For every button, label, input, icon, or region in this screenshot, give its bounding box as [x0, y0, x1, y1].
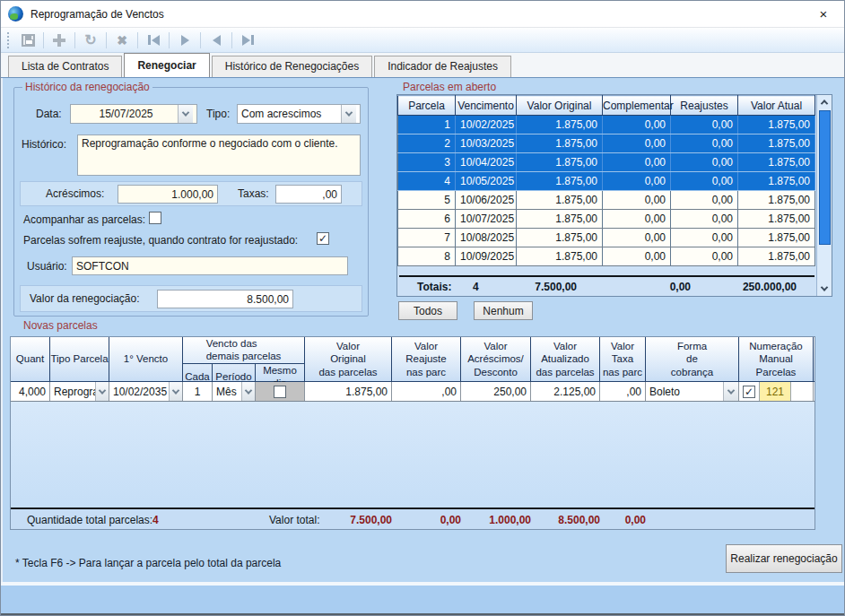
table-cell[interactable]: 5: [398, 191, 456, 210]
tab-renegociar[interactable]: Renegociar: [124, 53, 209, 77]
table-cell[interactable]: 10/03/2025: [456, 134, 517, 153]
tab-lista-de-contratos[interactable]: Lista de Contratos: [8, 56, 122, 77]
col-complementar[interactable]: Complementar: [603, 96, 671, 116]
realizar-renegociacao-button[interactable]: Realizar renegociação: [726, 544, 842, 573]
table-cell[interactable]: 0,00: [603, 210, 671, 229]
table-cell[interactable]: 10/05/2025: [456, 172, 517, 191]
table-cell[interactable]: 10/09/2025: [456, 247, 517, 266]
col-forma-cobranca[interactable]: Forma de cobrança: [646, 337, 739, 381]
numeracao-checkbox[interactable]: ✓: [743, 386, 755, 398]
add-button[interactable]: [46, 30, 73, 51]
table-cell[interactable]: 1.875,00: [517, 229, 603, 247]
col-valor-original[interactable]: Valor Original: [517, 96, 603, 116]
tipo-dropdown-button[interactable]: [341, 105, 356, 123]
table-cell[interactable]: 1.875,00: [738, 191, 815, 210]
table-row[interactable]: 610/07/20251.875,000,000,001.875,00: [398, 210, 815, 229]
valor-original-cell[interactable]: 1.875,00: [305, 382, 392, 401]
nenhum-button[interactable]: Nenhum: [474, 301, 533, 320]
nav-first-button[interactable]: [140, 30, 167, 51]
col-valor-acrescimos[interactable]: Valor Acréscimos/ Desconto: [461, 337, 531, 381]
col-vencimento[interactable]: Vencimento: [456, 96, 517, 116]
col-valor-reajuste[interactable]: Valor Reajuste nas parc: [392, 337, 461, 381]
table-cell[interactable]: 0,00: [603, 247, 671, 266]
table-row[interactable]: 310/04/20251.875,000,000,001.875,00: [398, 153, 815, 172]
quant-cell[interactable]: 4,000: [11, 382, 50, 401]
scroll-down-icon[interactable]: [817, 282, 832, 296]
nav-next-button[interactable]: [171, 30, 198, 51]
table-row[interactable]: 510/06/20251.875,000,000,001.875,00: [398, 191, 815, 210]
table-cell[interactable]: 1.875,00: [517, 247, 603, 266]
close-button[interactable]: ×: [810, 4, 837, 25]
table-cell[interactable]: 1.875,00: [738, 247, 815, 266]
tab-historico-de-renegociacoes[interactable]: Histórico de Renegociações: [212, 56, 372, 77]
col-numeracao-manual[interactable]: Numeração Manual Parcelas: [739, 337, 814, 381]
periodo-combobox[interactable]: Mês: [213, 382, 256, 401]
table-cell[interactable]: 1.875,00: [517, 116, 603, 134]
table-cell[interactable]: 4: [398, 172, 456, 191]
table-cell[interactable]: 10/02/2025: [456, 116, 517, 134]
valor-reajuste-cell[interactable]: ,00: [392, 382, 461, 401]
valor-renegociacao-input[interactable]: 8.500,00: [157, 290, 293, 308]
col-primeiro-vencto[interactable]: 1° Vencto: [109, 337, 183, 381]
table-cell[interactable]: 10/04/2025: [456, 153, 517, 172]
table-cell[interactable]: 1.875,00: [517, 153, 603, 172]
table-cell[interactable]: 1.875,00: [517, 134, 603, 153]
table-cell[interactable]: 2: [398, 134, 456, 153]
table-cell[interactable]: 10/07/2025: [456, 210, 517, 229]
scrollbar-thumb[interactable]: [819, 110, 831, 245]
col-valor-atual[interactable]: Valor Atual: [738, 96, 815, 116]
table-cell[interactable]: 6: [398, 210, 456, 229]
table-cell[interactable]: 1.875,00: [517, 172, 603, 191]
table-cell[interactable]: 1.875,00: [738, 153, 815, 172]
delete-button[interactable]: ✖: [109, 30, 135, 51]
todos-button[interactable]: Todos: [398, 301, 457, 320]
table-row[interactable]: 810/09/20251.875,000,000,001.875,00: [398, 247, 815, 266]
scroll-up-icon[interactable]: [817, 95, 832, 109]
forma-cobranca-dropdown-button[interactable]: [723, 382, 738, 401]
table-cell[interactable]: 0,00: [671, 172, 738, 191]
taxas-input[interactable]: ,00: [275, 185, 342, 204]
table-cell[interactable]: 0,00: [671, 116, 738, 134]
col-parcela[interactable]: Parcela: [398, 96, 456, 116]
table-cell[interactable]: 10/08/2025: [456, 229, 517, 247]
tipo-parcela-dropdown-button[interactable]: [95, 382, 109, 401]
table-cell[interactable]: 0,00: [671, 134, 738, 153]
table-cell[interactable]: 0,00: [603, 191, 671, 210]
table-cell[interactable]: 3: [398, 153, 456, 172]
table-cell[interactable]: 10/06/2025: [456, 191, 517, 210]
table-cell[interactable]: 1.875,00: [738, 172, 815, 191]
table-cell[interactable]: 7: [398, 229, 456, 247]
table-cell[interactable]: 1.875,00: [738, 210, 815, 229]
table-cell[interactable]: 0,00: [671, 153, 738, 172]
numeracao-cell[interactable]: ✓ 121: [739, 382, 814, 401]
primeiro-vencto-combobox[interactable]: 10/02/2035: [109, 382, 183, 401]
toolbar-grip[interactable]: [6, 31, 11, 49]
reajuste-checkbox[interactable]: ✓: [317, 232, 329, 245]
tab-indicador-de-reajustes[interactable]: Indicador de Reajustes: [374, 56, 511, 77]
mesmo-dia-checkbox[interactable]: [274, 386, 286, 398]
valor-acrescimos-cell[interactable]: 250,00: [461, 382, 531, 401]
primeiro-vencto-dropdown-button[interactable]: [169, 382, 182, 401]
table-cell[interactable]: 1: [398, 116, 456, 134]
acompanhar-checkbox[interactable]: [149, 212, 161, 224]
table-cell[interactable]: 0,00: [603, 172, 671, 191]
table-cell[interactable]: 0,00: [603, 116, 671, 134]
table-row[interactable]: 110/02/20251.875,000,000,001.875,00: [398, 116, 815, 134]
table-cell[interactable]: 0,00: [671, 247, 738, 266]
table-cell[interactable]: 0,00: [671, 229, 738, 247]
table-cell[interactable]: 1.875,00: [738, 134, 815, 153]
tipo-parcela-combobox[interactable]: Reprogra: [50, 382, 109, 401]
table-row[interactable]: 710/08/20251.875,000,000,001.875,00: [398, 229, 815, 247]
table-cell[interactable]: 1.875,00: [738, 116, 815, 134]
table-cell[interactable]: 0,00: [671, 191, 738, 210]
col-tipo-parcela[interactable]: Tipo Parcela: [50, 337, 109, 381]
usuario-input[interactable]: SOFTCON: [72, 256, 348, 275]
col-valor-original-parcelas[interactable]: Valor Original das parcelas: [305, 337, 392, 381]
cada-cell[interactable]: 1: [183, 382, 213, 401]
col-valor-atualizado[interactable]: Valor Atualizado das parcelas: [531, 337, 600, 381]
save-button[interactable]: [14, 30, 41, 51]
table-cell[interactable]: 0,00: [603, 229, 671, 247]
historico-textarea[interactable]: [77, 134, 361, 176]
numeracao-input[interactable]: 121: [759, 382, 791, 401]
nav-prior-button[interactable]: [203, 30, 230, 51]
